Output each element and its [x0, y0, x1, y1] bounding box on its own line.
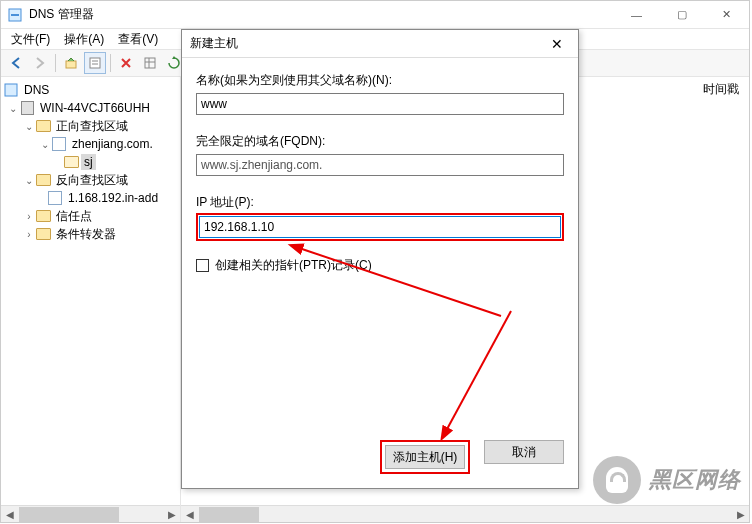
ip-highlight — [196, 213, 564, 241]
list-button[interactable] — [139, 52, 161, 74]
minimize-button[interactable]: — — [614, 1, 659, 28]
tree-conditional-fwd[interactable]: 条件转发器 — [53, 225, 119, 244]
menu-view[interactable]: 查看(V) — [112, 29, 164, 50]
ip-label: IP 地址(P): — [196, 194, 564, 211]
chevron-down-icon[interactable]: ⌄ — [23, 121, 35, 132]
fqdn-label: 完全限定的域名(FQDN): — [196, 133, 564, 150]
delete-button[interactable] — [115, 52, 137, 74]
folder-icon — [35, 119, 51, 133]
watermark-text: 黑区网络 — [649, 465, 741, 495]
mmc-window: DNS 管理器 — ▢ ✕ 文件(F) 操作(A) 查看(V) ? DNS — [0, 0, 750, 523]
window-title: DNS 管理器 — [29, 6, 614, 23]
properties-button[interactable] — [84, 52, 106, 74]
new-host-dialog: 新建主机 ✕ 名称(如果为空则使用其父域名称)(N): 完全限定的域名(FQDN… — [181, 29, 579, 489]
menu-file[interactable]: 文件(F) — [5, 29, 56, 50]
close-button[interactable]: ✕ — [704, 1, 749, 28]
name-label: 名称(如果为空则使用其父域名称)(N): — [196, 72, 564, 89]
scroll-left-icon[interactable]: ◀ — [181, 506, 198, 523]
tree-rev-zone-1[interactable]: 1.168.192.in-add — [65, 190, 161, 206]
scroll-right-icon[interactable]: ▶ — [163, 506, 180, 522]
svg-rect-3 — [90, 58, 100, 68]
chevron-right-icon[interactable]: › — [23, 211, 35, 222]
chevron-down-icon[interactable]: ⌄ — [23, 175, 35, 186]
dns-app-icon — [7, 7, 23, 23]
up-button[interactable] — [60, 52, 82, 74]
tree-trust-points[interactable]: 信任点 — [53, 207, 95, 226]
add-host-button[interactable]: 添加主机(H) — [385, 445, 465, 469]
folder-icon — [35, 227, 51, 241]
ip-input[interactable] — [199, 216, 561, 238]
ptr-checkbox[interactable] — [196, 259, 209, 272]
tree-root[interactable]: DNS — [21, 82, 52, 98]
watermark: 黑区网络 — [593, 456, 741, 504]
column-timestamp[interactable]: 时间戳 — [703, 81, 739, 98]
dialog-title: 新建主机 — [190, 35, 544, 52]
folder-icon — [35, 173, 51, 187]
forward-button[interactable] — [29, 52, 51, 74]
fqdn-input[interactable] — [196, 154, 564, 176]
add-host-highlight: 添加主机(H) — [380, 440, 470, 474]
scrollbar-thumb[interactable] — [19, 507, 119, 522]
dialog-close-button[interactable]: ✕ — [544, 33, 570, 55]
folder-icon — [35, 209, 51, 223]
scrollbar-thumb[interactable] — [199, 507, 259, 522]
svg-rect-2 — [66, 61, 76, 68]
maximize-button[interactable]: ▢ — [659, 1, 704, 28]
zone-icon — [47, 191, 63, 205]
back-button[interactable] — [5, 52, 27, 74]
svg-rect-1 — [11, 14, 19, 16]
menu-action[interactable]: 操作(A) — [58, 29, 110, 50]
zone-icon — [51, 137, 67, 151]
chevron-down-icon[interactable]: ⌄ — [39, 139, 51, 150]
tree-server[interactable]: WIN-44VCJT66UHH — [37, 100, 153, 116]
watermark-logo-icon — [593, 456, 641, 504]
ptr-label: 创建相关的指针(PTR)记录(C) — [215, 257, 372, 274]
name-input[interactable] — [196, 93, 564, 115]
dns-root-icon — [3, 83, 19, 97]
scroll-left-icon[interactable]: ◀ — [1, 506, 18, 522]
folder-open-icon — [63, 155, 79, 169]
chevron-right-icon[interactable]: › — [23, 229, 35, 240]
tree-pane[interactable]: DNS ⌄ WIN-44VCJT66UHH ⌄ 正向查找区域 ⌄ zhenjia… — [1, 77, 181, 522]
titlebar[interactable]: DNS 管理器 — ▢ ✕ — [1, 1, 749, 29]
svg-rect-6 — [145, 58, 155, 68]
tree-forward-lookup[interactable]: 正向查找区域 — [53, 117, 131, 136]
dialog-titlebar[interactable]: 新建主机 ✕ — [182, 30, 578, 58]
server-icon — [19, 101, 35, 115]
chevron-down-icon[interactable]: ⌄ — [7, 103, 19, 114]
tree-sj[interactable]: sj — [81, 154, 96, 170]
cancel-button[interactable]: 取消 — [484, 440, 564, 464]
tree-zone-1[interactable]: zhenjiang.com. — [69, 136, 156, 152]
list-h-scrollbar[interactable]: ◀ ▶ — [181, 505, 749, 522]
tree-reverse-lookup[interactable]: 反向查找区域 — [53, 171, 131, 190]
svg-rect-11 — [5, 84, 17, 96]
tree-h-scrollbar[interactable]: ◀ ▶ — [1, 505, 180, 522]
scroll-right-icon[interactable]: ▶ — [732, 506, 749, 523]
